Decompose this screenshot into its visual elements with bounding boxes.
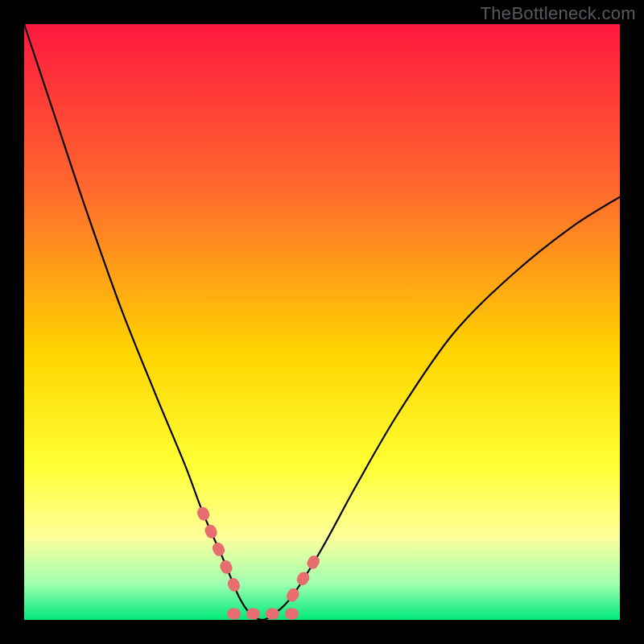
plot-background [24,24,620,620]
bottleneck-chart [0,0,644,644]
outer-frame: TheBottleneck.com [0,0,644,644]
attribution-text: TheBottleneck.com [481,3,636,24]
